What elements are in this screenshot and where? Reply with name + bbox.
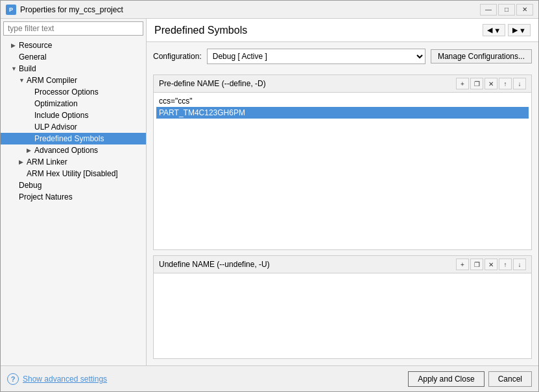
undefine-section-body	[154, 273, 531, 358]
sidebar: ▶ Resource General ▼ Build ▼ ARM Compile…	[1, 19, 147, 365]
configuration-label: Configuration:	[153, 52, 202, 61]
sidebar-item-build[interactable]: ▼ Build	[1, 63, 146, 75]
sidebar-item-label: Build	[19, 64, 143, 73]
sidebar-item-label: Advanced Options	[34, 146, 143, 155]
sidebar-item-label: Debug	[19, 181, 143, 190]
panel-header-controls: ◀ ▼ ▶ ▼	[483, 24, 531, 36]
sidebar-item-advanced-options[interactable]: ▶ Advanced Options	[1, 144, 146, 156]
sidebar-item-label: ARM Hex Utility [Disabled]	[27, 169, 143, 178]
sidebar-item-project-natures[interactable]: Project Natures	[1, 191, 146, 203]
arrow-icon: ▼	[11, 65, 19, 72]
undefine-section-tools: + ❐ ✕ ↑	[456, 259, 526, 270]
add-icon: +	[461, 80, 464, 87]
sidebar-item-processor-options[interactable]: Processor Options	[1, 86, 146, 98]
forward-dropdown-icon: ▼	[519, 27, 526, 34]
bottom-bar: ? Show advanced settings Apply and Close…	[1, 365, 538, 391]
back-icon: ◀	[487, 26, 492, 34]
bottom-right: Apply and Close Cancel	[408, 371, 532, 387]
delete-icon: ✕	[488, 80, 494, 87]
predefined-section-tools: + ❐ ✕ ↑	[456, 78, 526, 89]
sidebar-item-label: General	[19, 52, 143, 62]
forward-icon: ▶	[512, 26, 518, 34]
sidebar-item-arm-linker[interactable]: ▶ ARM Linker	[1, 156, 146, 168]
predefined-movedown-button[interactable]: ↓	[513, 78, 526, 89]
cancel-button[interactable]: Cancel	[488, 371, 532, 387]
sidebar-item-optimization[interactable]: Optimization	[1, 98, 146, 110]
undefine-movedown-button[interactable]: ↓	[513, 259, 526, 270]
sidebar-item-arm-hex-utility[interactable]: ARM Hex Utility [Disabled]	[1, 168, 146, 179]
undefine-add-button[interactable]: +	[456, 259, 469, 270]
predefined-section-body: ccs="ccs" PART_TM4C123GH6PM	[154, 93, 531, 249]
movedown-icon: ↓	[518, 80, 521, 87]
copy-icon: ❐	[474, 80, 480, 87]
predefined-add-button[interactable]: +	[456, 78, 469, 89]
sidebar-item-label: ARM Linker	[27, 157, 143, 167]
tree: ▶ Resource General ▼ Build ▼ ARM Compile…	[1, 38, 146, 365]
manage-configurations-button[interactable]: Manage Configurations...	[431, 49, 532, 63]
apply-close-button[interactable]: Apply and Close	[408, 371, 484, 387]
sidebar-item-label: ARM Compiler	[27, 76, 143, 85]
sidebar-item-label: Predefined Symbols	[34, 134, 143, 143]
help-icon[interactable]: ?	[7, 373, 19, 385]
sidebar-item-include-options[interactable]: Include Options	[1, 110, 146, 121]
predefined-copy-button[interactable]: ❐	[470, 78, 483, 89]
arrow-icon: ▼	[19, 77, 27, 84]
configuration-row: Configuration: Debug [ Active ] Release …	[153, 49, 532, 64]
panel-header: Predefined Symbols ◀ ▼ ▶ ▼	[147, 19, 538, 42]
title-bar: P Properties for my_ccs_project — □ ✕	[1, 1, 538, 19]
predefined-section-header: Pre-define NAME (--define, -D) + ❐ ✕	[154, 75, 531, 93]
back-button[interactable]: ◀ ▼	[483, 24, 505, 36]
main-content: ▶ Resource General ▼ Build ▼ ARM Compile…	[1, 19, 538, 365]
sidebar-item-label: Optimization	[34, 99, 143, 108]
filter-input[interactable]	[3, 21, 143, 36]
panel-body: Configuration: Debug [ Active ] Release …	[147, 42, 538, 365]
minimize-button[interactable]: —	[480, 4, 497, 16]
window-title: Properties for my_ccs_project	[20, 5, 480, 14]
sidebar-item-label: Resource	[19, 41, 143, 50]
sidebar-item-resource[interactable]: ▶ Resource	[1, 40, 146, 51]
predefined-moveup-button[interactable]: ↑	[499, 78, 512, 89]
window-icon: P	[6, 5, 16, 15]
right-panel: Predefined Symbols ◀ ▼ ▶ ▼ Configuration	[147, 19, 538, 365]
sidebar-item-label: Include Options	[34, 111, 143, 120]
window-controls: — □ ✕	[480, 4, 533, 16]
undefine-section-header: Undefine NAME (--undefine, -U) + ❐ ✕	[154, 256, 531, 273]
sidebar-item-label: Processor Options	[34, 87, 143, 97]
arrow-icon: ▶	[11, 42, 19, 49]
sidebar-item-label: Project Natures	[19, 192, 143, 202]
arrow-icon: ▶	[27, 147, 34, 154]
arrow-icon: ▶	[19, 159, 27, 165]
panel-title: Predefined Symbols	[154, 25, 247, 36]
undefine-moveup-button[interactable]: ↑	[499, 259, 512, 270]
copy-icon: ❐	[474, 261, 480, 268]
add-icon: +	[461, 261, 464, 268]
undefine-copy-button[interactable]: ❐	[470, 259, 483, 270]
bottom-left: ? Show advanced settings	[7, 373, 107, 385]
configuration-select[interactable]: Debug [ Active ] Release	[207, 49, 425, 64]
sections-container: Pre-define NAME (--define, -D) + ❐ ✕	[153, 75, 532, 359]
symbol-item[interactable]: ccs="ccs"	[156, 95, 529, 107]
sidebar-item-label: ULP Advisor	[34, 122, 143, 132]
undefine-section-title: Undefine NAME (--undefine, -U)	[159, 260, 270, 269]
symbol-item[interactable]: PART_TM4C123GH6PM	[156, 107, 529, 119]
sidebar-item-general[interactable]: General	[1, 51, 146, 63]
undefine-delete-button[interactable]: ✕	[485, 259, 497, 270]
moveup-icon: ↑	[504, 80, 507, 87]
back-dropdown-icon: ▼	[494, 27, 501, 34]
predefined-section: Pre-define NAME (--define, -D) + ❐ ✕	[153, 75, 532, 250]
sidebar-item-predefined-symbols[interactable]: Predefined Symbols	[1, 133, 146, 144]
sidebar-item-debug[interactable]: Debug	[1, 179, 146, 191]
restore-button[interactable]: □	[498, 4, 515, 16]
predefined-delete-button[interactable]: ✕	[485, 78, 497, 89]
movedown-icon: ↓	[518, 261, 521, 268]
moveup-icon: ↑	[504, 261, 507, 268]
main-window: P Properties for my_ccs_project — □ ✕ ▶ …	[0, 0, 539, 392]
delete-icon: ✕	[488, 261, 494, 268]
show-advanced-link[interactable]: Show advanced settings	[23, 375, 107, 384]
sidebar-item-arm-compiler[interactable]: ▼ ARM Compiler	[1, 75, 146, 86]
close-button[interactable]: ✕	[516, 4, 533, 16]
predefined-section-title: Pre-define NAME (--define, -D)	[159, 79, 266, 88]
undefine-section: Undefine NAME (--undefine, -U) + ❐ ✕	[153, 255, 532, 359]
forward-button[interactable]: ▶ ▼	[508, 24, 531, 36]
sidebar-item-ulp-advisor[interactable]: ULP Advisor	[1, 121, 146, 133]
